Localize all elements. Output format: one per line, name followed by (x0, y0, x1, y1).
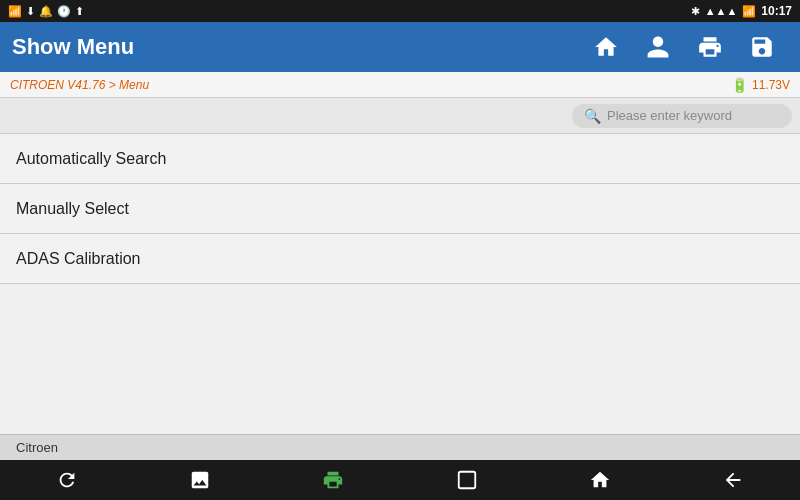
page-title: Show Menu (12, 34, 134, 60)
user-button[interactable] (632, 22, 684, 72)
search-bar-container: 🔍 Please enter keyword (0, 98, 800, 134)
status-bar: 📶 ⬇ 🔔 🕐 ⬆ ✱ ▲▲▲ 📶 10:17 (0, 0, 800, 22)
breadcrumb: CITROEN V41.76 > Menu (10, 78, 149, 92)
nav-back-button[interactable] (703, 460, 763, 500)
bottom-label: Citroen (16, 440, 58, 455)
status-time: 10:17 (761, 4, 792, 18)
nav-print-button[interactable] (303, 460, 363, 500)
bluetooth-icon: ✱ (691, 5, 700, 18)
upload-icon: ⬆ (75, 5, 84, 18)
menu-item-auto-search[interactable]: Automatically Search (0, 134, 800, 184)
save-button[interactable] (736, 22, 788, 72)
label-bar: Citroen (0, 434, 800, 460)
signal-icon: ▲▲▲ (705, 5, 738, 17)
nav-refresh-button[interactable] (37, 460, 97, 500)
battery-icon: 🔋 (731, 77, 748, 93)
nav-gallery-button[interactable] (170, 460, 230, 500)
notification-icon: 🔔 (39, 5, 53, 18)
nav-home-button[interactable] (570, 460, 630, 500)
search-icon: 🔍 (584, 108, 601, 124)
nav-recents-button[interactable] (437, 460, 497, 500)
nav-bar (0, 460, 800, 500)
sim-icon: 📶 (8, 5, 22, 18)
wifi-icon: 📶 (742, 5, 756, 18)
menu-item-manual-select[interactable]: Manually Select (0, 184, 800, 234)
download-icon: ⬇ (26, 5, 35, 18)
search-placeholder: Please enter keyword (607, 108, 732, 123)
battery-voltage: 11.73V (752, 78, 790, 92)
status-bar-left: 📶 ⬇ 🔔 🕐 ⬆ (8, 5, 84, 18)
home-button[interactable] (580, 22, 632, 72)
print-button[interactable] (684, 22, 736, 72)
status-bar-right: ✱ ▲▲▲ 📶 10:17 (691, 4, 792, 18)
info-bar: CITROEN V41.76 > Menu 🔋 11.73V (0, 72, 800, 98)
menu-list: Automatically Search Manually Select ADA… (0, 134, 800, 469)
header-icons (580, 22, 788, 72)
battery-info: 🔋 11.73V (731, 77, 790, 93)
svg-rect-0 (458, 472, 475, 489)
menu-item-adas[interactable]: ADAS Calibration (0, 234, 800, 284)
search-input-wrapper[interactable]: 🔍 Please enter keyword (572, 104, 792, 128)
clock-icon: 🕐 (57, 5, 71, 18)
header: Show Menu (0, 22, 800, 72)
